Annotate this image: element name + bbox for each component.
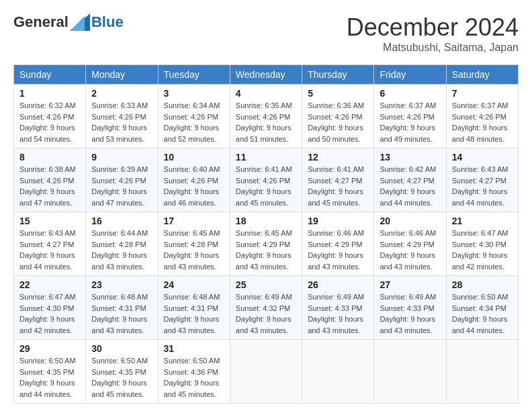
day-number: 26 [308, 279, 368, 290]
month-title: December 2024 [347, 13, 519, 42]
calendar-cell: 4Sunrise: 6:35 AMSunset: 4:26 PMDaylight… [230, 85, 302, 148]
logo-general: General [13, 13, 69, 31]
calendar-cell [230, 340, 302, 404]
calendar-cell: 29Sunrise: 6:50 AMSunset: 4:35 PMDayligh… [14, 340, 86, 404]
day-number: 30 [91, 343, 152, 354]
day-info: Sunrise: 6:49 AMSunset: 4:33 PMDaylight:… [308, 291, 368, 336]
day-info: Sunrise: 6:44 AMSunset: 4:28 PMDaylight:… [91, 228, 152, 272]
day-info: Sunrise: 6:50 AMSunset: 4:36 PMDaylight:… [164, 355, 224, 400]
calendar-cell: 28Sunrise: 6:50 AMSunset: 4:34 PMDayligh… [446, 276, 518, 340]
day-info: Sunrise: 6:43 AMSunset: 4:27 PMDaylight:… [452, 164, 513, 208]
day-info: Sunrise: 6:41 AMSunset: 4:27 PMDaylight:… [308, 164, 368, 208]
day-info: Sunrise: 6:40 AMSunset: 4:26 PMDaylight:… [164, 164, 224, 208]
day-number: 5 [308, 88, 368, 99]
day-info: Sunrise: 6:49 AMSunset: 4:33 PMDaylight:… [380, 291, 440, 336]
calendar-cell: 11Sunrise: 6:41 AMSunset: 4:26 PMDayligh… [230, 148, 302, 212]
calendar-week-row: 8Sunrise: 6:38 AMSunset: 4:26 PMDaylight… [14, 148, 519, 212]
day-number: 29 [19, 343, 80, 354]
calendar-cell: 31Sunrise: 6:50 AMSunset: 4:36 PMDayligh… [158, 340, 230, 404]
day-info: Sunrise: 6:50 AMSunset: 4:34 PMDaylight:… [452, 291, 513, 336]
calendar-cell: 5Sunrise: 6:36 AMSunset: 4:26 PMDaylight… [302, 85, 374, 148]
calendar-table: SundayMondayTuesdayWednesdayThursdayFrid… [13, 64, 519, 404]
day-info: Sunrise: 6:37 AMSunset: 4:26 PMDaylight:… [452, 100, 513, 144]
calendar-cell: 14Sunrise: 6:43 AMSunset: 4:27 PMDayligh… [446, 148, 518, 212]
calendar-cell: 26Sunrise: 6:49 AMSunset: 4:33 PMDayligh… [302, 276, 374, 340]
day-number: 22 [19, 279, 80, 290]
day-number: 31 [164, 343, 224, 354]
day-info: Sunrise: 6:50 AMSunset: 4:35 PMDaylight:… [91, 355, 152, 400]
calendar-cell: 27Sunrise: 6:49 AMSunset: 4:33 PMDayligh… [374, 276, 446, 340]
calendar-cell: 17Sunrise: 6:45 AMSunset: 4:28 PMDayligh… [158, 212, 230, 276]
calendar-cell: 25Sunrise: 6:49 AMSunset: 4:32 PMDayligh… [230, 276, 302, 340]
calendar-cell: 30Sunrise: 6:50 AMSunset: 4:35 PMDayligh… [86, 340, 158, 404]
calendar-cell: 13Sunrise: 6:42 AMSunset: 4:27 PMDayligh… [374, 148, 446, 212]
weekday-header-thursday: Thursday [302, 65, 374, 85]
day-number: 8 [19, 152, 80, 163]
day-number: 19 [308, 216, 368, 226]
calendar-cell: 1Sunrise: 6:32 AMSunset: 4:26 PMDaylight… [14, 85, 86, 148]
weekday-header-monday: Monday [86, 65, 158, 85]
weekday-header-row: SundayMondayTuesdayWednesdayThursdayFrid… [14, 65, 519, 85]
weekday-header-friday: Friday [374, 65, 446, 85]
calendar-cell: 10Sunrise: 6:40 AMSunset: 4:26 PMDayligh… [158, 148, 230, 212]
weekday-header-saturday: Saturday [446, 65, 518, 85]
day-number: 20 [380, 216, 440, 226]
day-info: Sunrise: 6:47 AMSunset: 4:30 PMDaylight:… [19, 291, 80, 336]
day-number: 28 [452, 279, 513, 290]
calendar-cell [374, 340, 446, 404]
calendar-week-row: 22Sunrise: 6:47 AMSunset: 4:30 PMDayligh… [14, 276, 519, 340]
day-number: 2 [91, 88, 152, 99]
calendar-week-row: 15Sunrise: 6:43 AMSunset: 4:27 PMDayligh… [14, 212, 519, 276]
day-number: 21 [452, 216, 513, 226]
title-section: December 2024 Matsubushi, Saitama, Japan [347, 13, 519, 54]
day-info: Sunrise: 6:48 AMSunset: 4:31 PMDaylight:… [91, 291, 152, 336]
day-number: 14 [452, 152, 513, 163]
day-info: Sunrise: 6:45 AMSunset: 4:29 PMDaylight:… [236, 228, 296, 272]
day-number: 9 [91, 152, 152, 163]
day-info: Sunrise: 6:49 AMSunset: 4:32 PMDaylight:… [236, 291, 296, 336]
day-number: 15 [19, 216, 80, 226]
svg-marker-1 [70, 16, 85, 31]
day-info: Sunrise: 6:46 AMSunset: 4:29 PMDaylight:… [380, 228, 440, 272]
day-info: Sunrise: 6:36 AMSunset: 4:26 PMDaylight:… [308, 100, 368, 144]
day-number: 23 [91, 279, 152, 290]
day-number: 27 [380, 279, 440, 290]
calendar-cell: 16Sunrise: 6:44 AMSunset: 4:28 PMDayligh… [86, 212, 158, 276]
day-info: Sunrise: 6:50 AMSunset: 4:35 PMDaylight:… [19, 355, 80, 400]
calendar-week-row: 29Sunrise: 6:50 AMSunset: 4:35 PMDayligh… [14, 340, 519, 404]
calendar-cell: 23Sunrise: 6:48 AMSunset: 4:31 PMDayligh… [86, 276, 158, 340]
calendar-cell: 22Sunrise: 6:47 AMSunset: 4:30 PMDayligh… [14, 276, 86, 340]
logo-icon [70, 13, 90, 31]
calendar-cell: 19Sunrise: 6:46 AMSunset: 4:29 PMDayligh… [302, 212, 374, 276]
calendar-cell: 2Sunrise: 6:33 AMSunset: 4:26 PMDaylight… [86, 85, 158, 148]
day-info: Sunrise: 6:32 AMSunset: 4:26 PMDaylight:… [19, 100, 80, 144]
day-number: 4 [236, 88, 296, 99]
day-info: Sunrise: 6:35 AMSunset: 4:26 PMDaylight:… [236, 100, 296, 144]
calendar-cell: 3Sunrise: 6:34 AMSunset: 4:26 PMDaylight… [158, 85, 230, 148]
day-info: Sunrise: 6:37 AMSunset: 4:26 PMDaylight:… [380, 100, 440, 144]
calendar-cell [302, 340, 374, 404]
day-number: 12 [308, 152, 368, 163]
day-number: 7 [452, 88, 513, 99]
calendar-cell: 6Sunrise: 6:37 AMSunset: 4:26 PMDaylight… [374, 85, 446, 148]
day-info: Sunrise: 6:47 AMSunset: 4:30 PMDaylight:… [452, 228, 513, 272]
day-info: Sunrise: 6:43 AMSunset: 4:27 PMDaylight:… [19, 228, 80, 272]
logo-blue: Blue [91, 13, 124, 31]
weekday-header-tuesday: Tuesday [158, 65, 230, 85]
day-info: Sunrise: 6:39 AMSunset: 4:26 PMDaylight:… [91, 164, 152, 208]
calendar-cell: 21Sunrise: 6:47 AMSunset: 4:30 PMDayligh… [446, 212, 518, 276]
page-header: General Blue December 2024 Matsubushi, S… [13, 13, 519, 54]
day-number: 11 [236, 152, 296, 163]
day-info: Sunrise: 6:41 AMSunset: 4:26 PMDaylight:… [236, 164, 296, 208]
weekday-header-wednesday: Wednesday [230, 65, 302, 85]
day-info: Sunrise: 6:45 AMSunset: 4:28 PMDaylight:… [164, 228, 224, 272]
calendar-cell [446, 340, 518, 404]
day-number: 24 [164, 279, 224, 290]
calendar-cell: 18Sunrise: 6:45 AMSunset: 4:29 PMDayligh… [230, 212, 302, 276]
day-info: Sunrise: 6:34 AMSunset: 4:26 PMDaylight:… [164, 100, 224, 144]
day-number: 13 [380, 152, 440, 163]
day-info: Sunrise: 6:42 AMSunset: 4:27 PMDaylight:… [380, 164, 440, 208]
calendar-cell: 9Sunrise: 6:39 AMSunset: 4:26 PMDaylight… [86, 148, 158, 212]
day-number: 10 [164, 152, 224, 163]
day-number: 18 [236, 216, 296, 226]
